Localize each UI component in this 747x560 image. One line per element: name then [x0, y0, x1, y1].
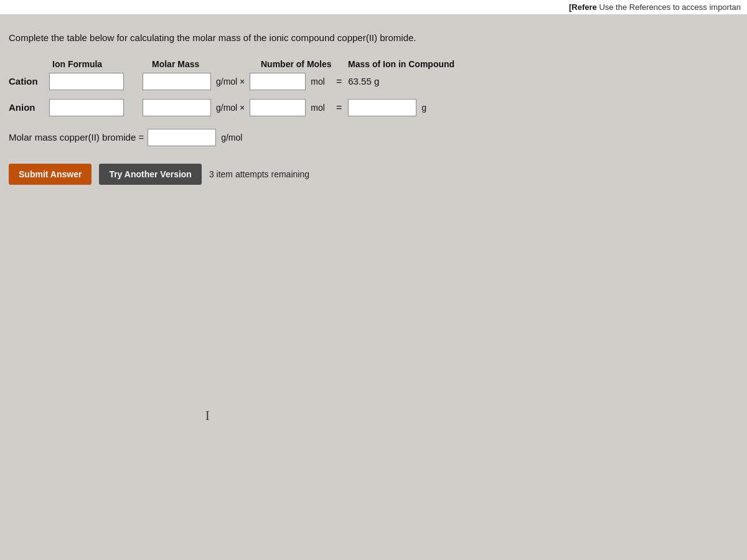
molar-mass-result-row: Molar mass copper(II) bromide = g/mol — [9, 129, 735, 146]
header-ion-formula: Ion Formula — [52, 59, 133, 69]
cation-moles-unit: mol — [311, 77, 325, 86]
cursor-indicator: I — [205, 409, 210, 423]
buttons-row: Submit Answer Try Another Version 3 item… — [9, 164, 735, 185]
header-number-moles: Number of Moles — [261, 59, 342, 69]
cation-molar-mass-input[interactable] — [143, 73, 211, 90]
anion-mass-input[interactable] — [348, 99, 416, 116]
anion-moles-input[interactable] — [250, 99, 306, 116]
submit-answer-button[interactable]: Submit Answer — [9, 164, 92, 185]
references-text: Use the References to access importan — [599, 2, 741, 12]
anion-mass-unit: g — [421, 103, 426, 113]
anion-label: Anion — [9, 102, 49, 113]
try-another-version-button[interactable]: Try Another Version — [99, 164, 202, 185]
molar-mass-unit: g/mol — [221, 133, 242, 142]
attempts-remaining-text: 3 item attempts remaining — [209, 169, 309, 179]
molar-mass-result-input[interactable] — [148, 129, 216, 146]
header-mass-of-ion: Mass of Ion in Compound — [348, 59, 454, 69]
anion-row: Anion g/mol × mol = g — [9, 99, 735, 116]
cation-row: Cation g/mol × mol = 63.55 g — [9, 73, 735, 90]
molar-mass-label: Molar mass copper(II) bromide = — [9, 132, 144, 142]
top-bar: [Refere Use the References to access imp… — [0, 0, 747, 15]
anion-molar-mass-input[interactable] — [143, 99, 211, 116]
anion-ion-formula-input[interactable] — [49, 99, 124, 116]
table-header-row: Ion Formula Molar Mass Number of Moles M… — [52, 59, 735, 69]
cation-mass-value: 63.55 g — [348, 76, 379, 86]
anion-equals: = — [336, 102, 342, 113]
cation-label: Cation — [9, 76, 49, 86]
cation-molar-mass-unit: g/mol × — [216, 77, 245, 86]
intro-text: Complete the table below for calculating… — [9, 31, 735, 45]
content-area: Complete the table below for calculating… — [0, 19, 747, 197]
references-bracket: [Refere — [569, 2, 597, 12]
cation-equals: = — [336, 76, 342, 87]
header-molar-mass: Molar Mass — [152, 59, 248, 69]
table-section: Ion Formula Molar Mass Number of Moles M… — [9, 59, 735, 116]
anion-molar-mass-unit: g/mol × — [216, 103, 245, 113]
anion-moles-unit: mol — [311, 103, 325, 113]
cation-ion-formula-input[interactable] — [49, 73, 124, 90]
cation-moles-input[interactable] — [250, 73, 306, 90]
